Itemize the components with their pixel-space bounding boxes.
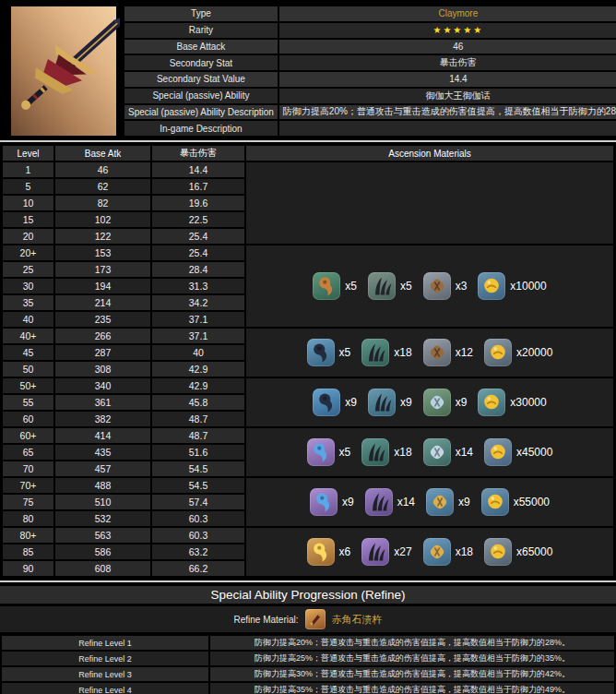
- coin-icon[interactable]: [484, 538, 512, 566]
- crit-dmg-cell: 42.9: [151, 361, 245, 377]
- magatama-icon[interactable]: [313, 272, 340, 300]
- material-item: x30000: [478, 389, 546, 416]
- crit-dmg-cell: 40: [151, 344, 245, 361]
- level-row: 40+26637.1x5x18x12x20000: [2, 328, 614, 344]
- refine-row: Refine Level 1防御力提高20%；普通攻击与重击造成的伤害值提高，提…: [1, 635, 615, 651]
- info-row: Secondary Stat暴击伤害: [124, 54, 616, 71]
- info-row: Secondary Stat Value14.4: [124, 71, 616, 88]
- claw-icon[interactable]: [361, 438, 389, 466]
- material-item: x45000: [484, 438, 552, 466]
- coin-icon[interactable]: [484, 438, 512, 466]
- material-count: x9: [458, 496, 470, 509]
- crit-dmg-cell: 48.7: [151, 427, 245, 444]
- claw-icon[interactable]: [368, 272, 396, 300]
- material-item: x9: [310, 488, 354, 516]
- material-count: x18: [394, 346, 411, 359]
- crit-dmg-cell: 42.9: [151, 377, 245, 394]
- base-atk-cell: 122: [54, 228, 151, 245]
- info-label: Rarity: [124, 22, 278, 39]
- material-item: x5: [313, 272, 357, 300]
- material-item: x27: [361, 538, 411, 566]
- base-atk-cell: 435: [54, 444, 151, 461]
- magatama-icon[interactable]: [307, 538, 335, 566]
- base-atk-cell: 153: [54, 245, 151, 261]
- info-label: Secondary Stat: [124, 54, 278, 71]
- info-row: Rarity★★★★★: [124, 22, 616, 39]
- material-item: x9: [426, 488, 470, 516]
- claw-icon[interactable]: [361, 538, 389, 566]
- magatama-icon[interactable]: [307, 339, 335, 366]
- material-count: x14: [397, 496, 415, 509]
- handguard-icon[interactable]: [423, 538, 451, 566]
- crit-dmg-cell: 37.1: [151, 328, 245, 344]
- ascension-materials-cell: x5x18x14x45000: [245, 427, 614, 477]
- level-cell: 20: [2, 228, 54, 245]
- crit-dmg-cell: 25.4: [151, 228, 245, 245]
- refine-material-icon[interactable]: [305, 609, 326, 629]
- handguard-icon[interactable]: [423, 272, 451, 300]
- material-item: x5: [368, 272, 412, 300]
- info-value: ★★★★★: [278, 22, 616, 39]
- material-item: x14: [423, 438, 473, 466]
- level-cell: 60+: [2, 427, 54, 444]
- handguard-icon[interactable]: [423, 389, 451, 416]
- level-cell: 30: [2, 278, 54, 294]
- divider-line: [0, 140, 616, 142]
- base-atk-cell: 457: [54, 461, 151, 477]
- divider-line: [0, 580, 616, 582]
- base-atk-cell: 382: [54, 411, 151, 427]
- claw-icon[interactable]: [365, 488, 393, 516]
- crit-dmg-cell: 54.5: [151, 477, 245, 494]
- weapon-info-table: TypeClaymoreRarity★★★★★Base Attack46Seco…: [123, 5, 616, 138]
- material-count: x10000: [510, 280, 546, 293]
- level-cell: 40+: [2, 328, 54, 344]
- material-item: x9: [368, 389, 412, 416]
- material-count: x20000: [516, 346, 552, 359]
- base-atk-cell: 194: [54, 278, 151, 294]
- info-row: In-game Description: [124, 120, 616, 137]
- level-cell: 35: [2, 294, 54, 311]
- coin-icon[interactable]: [481, 488, 509, 516]
- refine-material-name[interactable]: 赤角石溃杵: [332, 613, 383, 627]
- material-count: x9: [456, 396, 468, 409]
- material-count: x6: [339, 545, 351, 558]
- coin-icon[interactable]: [478, 272, 505, 300]
- level-cell: 60: [2, 411, 54, 427]
- refine-section-title: Special Ability Progression (Refine): [0, 585, 616, 604]
- level-cell: 65: [2, 444, 54, 461]
- crit-dmg-column-header: 暴击伤害: [151, 145, 245, 162]
- info-value: 暴击伤害: [278, 54, 616, 71]
- magatama-icon[interactable]: [313, 389, 340, 416]
- info-label: Secondary Stat Value: [124, 71, 278, 88]
- claw-icon[interactable]: [368, 389, 396, 416]
- magatama-icon[interactable]: [307, 438, 335, 466]
- base-atk-cell: 173: [54, 261, 151, 278]
- base-atk-cell: 586: [54, 544, 151, 560]
- refine-material-row: Refine Material: 赤角石溃杵: [0, 606, 616, 632]
- ascension-materials-cell: x5x18x12x20000: [245, 328, 614, 377]
- base-atk-cell: 82: [54, 195, 151, 211]
- level-cell: 10: [2, 195, 54, 211]
- coin-icon[interactable]: [478, 389, 505, 416]
- crit-dmg-cell: 14.4: [151, 162, 245, 178]
- claw-icon[interactable]: [361, 339, 389, 366]
- crit-dmg-cell: 60.3: [151, 527, 245, 544]
- info-value[interactable]: Claymore: [278, 6, 616, 22]
- refine-level-description: 防御力提高30%；普通攻击与重击造成的伤害值提高，提高数值相当于防御力的42%。: [209, 666, 615, 682]
- handguard-icon[interactable]: [426, 488, 454, 516]
- crit-dmg-cell: 66.2: [151, 560, 245, 577]
- handguard-icon[interactable]: [423, 339, 451, 366]
- crit-dmg-cell: 22.5: [151, 211, 245, 228]
- handguard-icon[interactable]: [423, 438, 451, 466]
- material-count: x14: [456, 446, 473, 459]
- material-count: x5: [400, 280, 412, 293]
- level-cell: 25: [2, 261, 54, 278]
- level-column-header: Level: [2, 145, 54, 162]
- material-item: x5: [307, 339, 351, 366]
- base-atk-cell: 361: [54, 394, 151, 411]
- magatama-icon[interactable]: [310, 488, 338, 516]
- weapon-header-section: TypeClaymoreRarity★★★★★Base Attack46Seco…: [0, 0, 616, 138]
- coin-icon[interactable]: [484, 339, 512, 366]
- material-count: x5: [339, 446, 351, 459]
- material-item: x55000: [481, 488, 550, 516]
